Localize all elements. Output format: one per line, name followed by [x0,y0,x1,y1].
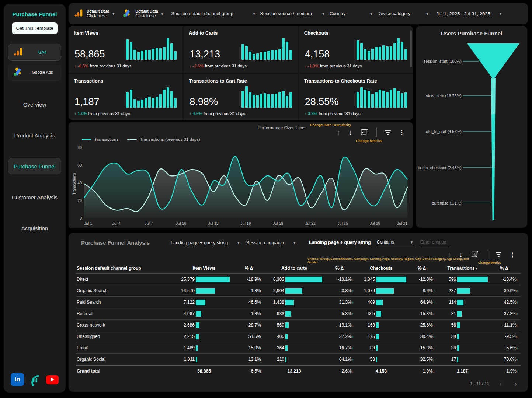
metric-bar [457,300,463,305]
move-up-icon[interactable]: ↑ [337,129,341,136]
metric-value: 14,570 [175,288,195,293]
chevron-down-icon: ▾ [323,12,324,16]
date-range-picker[interactable]: Jul 1, 2025 - Jul 31, 2025 ▾ [437,11,502,17]
get-template-button[interactable]: Get This Template [12,22,58,34]
sidebar-item-overview[interactable]: Overview [8,96,61,112]
spark-bar [275,50,277,60]
ga4-data-source-chip[interactable]: Default Data Click to se ▾ [74,8,114,19]
metric-bar [376,277,406,282]
spark-bar [256,95,259,108]
spark-bar [371,94,374,108]
spark-bar [397,91,400,108]
more-options-icon[interactable]: ⋮ [510,251,515,258]
channel-name: Paid Search [76,300,175,305]
filter-dropdown-session-source-medium[interactable]: Session source / medium▾ [260,11,324,16]
column-header--[interactable]: % Δ [323,266,356,271]
spark-bar [156,97,158,108]
spark-bar [368,91,370,108]
filter-icon[interactable] [385,130,391,135]
dropdown-label: Country [330,11,346,16]
sidebar-item-product-analysis[interactable]: Product Analysis [8,127,61,143]
delta-cell: 51.5%↑ [233,334,265,339]
previous-page-icon[interactable]: ‹ [500,380,502,387]
svg-text:40: 40 [77,181,82,185]
chevron-down-icon: ▾ [112,12,114,16]
column-header-transactions[interactable]: Transactions ▾ [437,266,488,271]
chevron-down-icon: ▾ [500,12,502,16]
column-header--[interactable]: % Δ [407,266,437,271]
google-ads-data-source-chip[interactable]: Default Data Click to se ▾ [122,8,163,19]
spark-bar [130,42,132,60]
metric-cell: 237 [437,288,488,294]
sidebar-item-acquisition[interactable]: Acquisition [8,220,61,236]
sidebar-item-purchase-funnel[interactable]: Purchase Funnel [8,158,61,174]
column-header-item-views[interactable]: Item Views [175,266,233,271]
filter-dropdown-country[interactable]: Country▾ [330,11,372,16]
metric-bar [285,334,288,339]
spark-bar [275,94,277,108]
metric-cell: 58,865 [175,369,233,374]
column-header-session-default-channel-group[interactable]: Session default channel group [76,266,175,271]
spark-bar [241,44,244,60]
metric-bar [285,357,286,362]
scorecard-transactions-to-cart-rate: Transactions to Cart Rate8.98%↑ 4.6% fro… [184,74,298,121]
metric-value: 6,303 [265,277,284,282]
filter-dropdown-device-category[interactable]: Device category▾ [378,11,428,16]
filter-icon[interactable] [496,252,501,257]
delta-cell: 1.9%↑ [488,369,521,374]
move-down-icon[interactable]: ↓ [459,251,463,258]
filter-operator-select[interactable]: Contains ▼ [376,237,414,247]
svg-text:Jul 16: Jul 16 [240,221,251,226]
spark-bar [163,47,166,60]
filter-dropdown-session-default-channel-group[interactable]: Session default channel group▾ [171,11,255,16]
linkedin-icon[interactable]: in [11,373,24,386]
move-down-icon[interactable]: ↓ [349,129,352,136]
chevron-down-icon: ▾ [371,12,372,16]
move-up-icon[interactable]: ↑ [448,251,451,258]
legend-label: Transactions [94,137,118,142]
column-header--[interactable]: % Δ [233,266,265,271]
spark-bar [141,51,143,60]
more-options-icon[interactable]: ⋮ [399,129,405,136]
youtube-icon[interactable] [46,375,59,384]
change-metrics-icon[interactable] [360,128,368,137]
change-metrics-label: Change Metrics [356,139,382,143]
svg-text:Transactions: Transactions [72,173,76,195]
column-header--[interactable]: % Δ [488,266,521,271]
dimension-dropdown[interactable]: Session campaign ▾ [246,240,295,245]
metric-value: 81 [437,311,456,316]
scrollbar[interactable] [410,30,412,67]
filter-value-input[interactable] [420,237,451,247]
spark-bar [245,86,248,108]
metric-value: 83 [356,345,375,350]
brand-logo-icon[interactable] [28,373,42,386]
sidebar-item-ga4[interactable]: GA4 [8,44,61,61]
spark-bar [393,88,396,108]
sparkline-bar-chart [126,37,177,60]
delta-cell: 70.0%↑ [488,357,521,362]
next-page-icon[interactable]: › [514,380,517,387]
channel-name: Referral [76,311,175,316]
dropdown-label: Session source / medium [260,11,312,16]
metric-cell: 4,087 [175,311,233,317]
spark-bar [382,91,385,108]
chevron-down-icon: ▾ [427,12,428,16]
spark-bar [271,94,274,108]
column-header-add-to-carts[interactable]: Add to carts [265,266,323,271]
scorecard-checkouts: Checkouts4,158↓ -1.9% from previous 31 d… [299,26,413,73]
table-row: Paid Search7,12246.6%↑1,43831.3%↑40964.9… [76,297,521,308]
spark-bar [137,101,140,108]
column-header-checkouts[interactable]: Checkouts [356,266,407,271]
spark-bar [386,92,389,108]
spark-bar [382,45,385,60]
source-name: Default Data [87,9,109,13]
sidebar-item-google-ads[interactable]: Google Ads [8,64,61,81]
channel-name: Email [76,345,175,350]
delta-cell: 46.6%↑ [233,300,265,305]
pagination: 1 - 11 / 11 ‹ › [470,380,517,387]
channel-name: Organic Search [76,288,175,293]
svg-text:Jul 13: Jul 13 [208,221,219,226]
sidebar-item-customer-analysis[interactable]: Customer Analysis [8,189,61,205]
change-metrics-icon[interactable] [471,250,479,259]
dimension-dropdown[interactable]: Landing page + query string ▾ [171,240,239,245]
